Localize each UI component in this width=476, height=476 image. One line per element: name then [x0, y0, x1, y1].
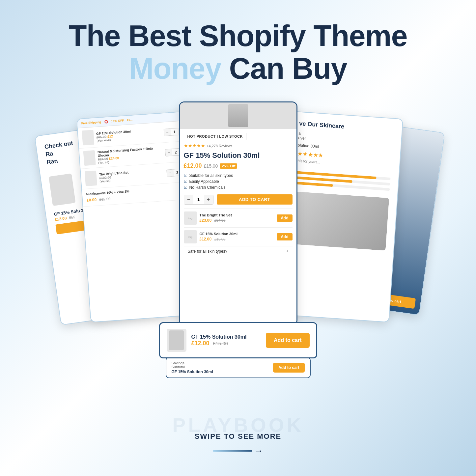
- upsell-row-1: img The Bright Trio Set £23.00 £34.00 Ad…: [184, 209, 293, 227]
- bottom-product-name: GF 15% Solution 30ml: [172, 370, 213, 374]
- hot-badge: HOT PRODUCT | LOW STOCK: [184, 133, 246, 140]
- far-left-product-image: [48, 174, 75, 206]
- popup-img-placeholder: [169, 330, 184, 350]
- cart-item-1-info: GF 15% Solution 30ml £15.00 £12 (You sav…: [96, 127, 161, 142]
- popup-price-old: £15.00: [213, 341, 228, 346]
- cards-container: Check out RaRan GF 15% Solu 30ml £12.00 …: [41, 101, 436, 349]
- title-line1: The Best Shopify Theme: [69, 20, 407, 52]
- product-image-placeholder: [228, 104, 248, 127]
- popup-price-new: £12.00: [191, 340, 210, 347]
- cart-item-4-price-old: £12.00: [99, 197, 110, 201]
- feature-2: Easily Applicable: [184, 179, 293, 184]
- cart-item-3-image: [84, 171, 97, 186]
- cart-item-2-image: [83, 150, 96, 166]
- right-card-photo: [291, 191, 389, 251]
- center-card-stars-row: ★★★★★ +4,278 Reviews: [184, 143, 293, 149]
- popup-product-info: GF 15% Solution 30ml £12.00 £15.00: [191, 334, 261, 347]
- upsell-1-info: The Bright Trio Set £23.00 £34.00: [200, 213, 274, 223]
- discount-badge: 25% Off: [220, 163, 237, 169]
- reviews-count: +4,278 Reviews: [207, 144, 233, 148]
- arrow-line: →: [195, 446, 281, 456]
- qty-minus-btn[interactable]: −: [184, 195, 193, 204]
- title-can-buy: Can Buy: [221, 52, 347, 85]
- cart-qty-1-value: 1: [170, 129, 178, 134]
- faq-row[interactable]: Safe for all skin types? +: [184, 246, 293, 256]
- feature-1: Suitable for all skin types: [184, 173, 293, 179]
- far-left-price-old: £15: [69, 215, 75, 219]
- right-stars: ★★★★★: [297, 150, 323, 159]
- feature-3: No Harsh Chemicals: [184, 184, 293, 190]
- bottom-cart-add-button[interactable]: Add to cart: [273, 363, 304, 373]
- upsell-2-image: img: [184, 230, 197, 243]
- popup-product-image: [167, 329, 186, 352]
- add-to-cart-button[interactable]: ADD TO CART: [217, 194, 293, 205]
- discount-label: 10% OFF: [111, 119, 124, 123]
- cart-item-1-image: [82, 130, 94, 145]
- header-section: The Best Shopify Theme Money Can Buy: [42, 0, 434, 95]
- upsell-row-2: img GF 15% Solution 30ml £12.00 £15.00 A…: [184, 227, 293, 246]
- cart-item-2-info: Natural Moisturizing Factors + Beta Gluc…: [97, 146, 163, 165]
- upsell-1-name: The Bright Trio Set: [200, 213, 274, 217]
- upsell-2-info: GF 15% Solution 30ml £12.00 £15.00: [200, 232, 274, 242]
- upsell-1-price-new: £23.00: [200, 218, 212, 223]
- qty-add-row: − 1 + ADD TO CART: [184, 194, 293, 205]
- upsell-2-price-new: £12.00: [200, 237, 212, 241]
- right-card-content: ve Our Skincare a uyer olution 30ml ★★★★…: [282, 112, 403, 258]
- cart-qty-1-minus[interactable]: −: [164, 128, 171, 135]
- upsell-1-image: img: [184, 211, 197, 225]
- swipe-text: SWIPE TO SEE MORE: [195, 432, 281, 441]
- footer: SWIPE TO SEE MORE →: [195, 432, 281, 456]
- qty-value: 1: [193, 197, 204, 202]
- popup-product-name: GF 15% Solution 30ml: [191, 334, 261, 340]
- price-row: £12.00 £15.00 25% Off: [184, 162, 293, 169]
- arrow-head-icon: →: [254, 446, 263, 456]
- free-shipping-label: Free Shipping: [81, 120, 101, 125]
- qty-plus-btn[interactable]: +: [204, 195, 213, 204]
- savings-label: Savings: [172, 361, 213, 365]
- progress-bar-3-fill: [295, 182, 333, 187]
- bottom-cart-info: Savings Subtotal GF 15% Solution 30ml: [172, 361, 213, 374]
- price-old: £15.00: [204, 163, 218, 169]
- popup-add-to-cart-button[interactable]: Add to cart: [266, 333, 309, 348]
- popup-card: GF 15% Solution 30ml £12.00 £15.00 Add t…: [159, 322, 317, 358]
- cart-qty-2-value: 2: [172, 150, 180, 154]
- star-rating: ★★★★★: [184, 143, 205, 148]
- center-card-image: [180, 102, 296, 129]
- arrow-bar: [213, 450, 252, 452]
- bottom-cart-card: Savings Subtotal GF 15% Solution 30ml Ad…: [166, 357, 311, 378]
- upsell-2-name: GF 15% Solution 30ml: [200, 232, 274, 236]
- upsell-1-add-button[interactable]: Add: [277, 214, 292, 222]
- progress-bars: [291, 167, 395, 195]
- cart-qty-2-minus[interactable]: −: [165, 149, 172, 156]
- cart-item-4-price-new: £8.00: [86, 197, 97, 203]
- upsell-2-add-button[interactable]: Add: [277, 233, 292, 240]
- title-line2: Money Can Buy: [69, 52, 407, 85]
- center-product-card: HOT PRODUCT | LOW STOCK ★★★★★ +4,278 Rev…: [179, 101, 297, 325]
- faq-text: Safe for all skin types?: [188, 249, 228, 254]
- title-money: Money: [129, 52, 221, 85]
- price-new: £12.00: [184, 162, 202, 169]
- popup-price-row: £12.00 £15.00: [191, 340, 261, 347]
- upsell-2-price-old: £15.00: [214, 237, 226, 241]
- upsell-1-price-old: £34.00: [214, 218, 226, 222]
- product-name: GF 15% Solution 30ml: [184, 151, 293, 160]
- cart-qty-3-minus[interactable]: −: [167, 169, 174, 176]
- feature-list: Suitable for all skin types Easily Appli…: [184, 173, 293, 190]
- right-card-photo-bg: [291, 191, 389, 251]
- cart-item-3-info: The Bright Trio Set £102.00 (You sa): [99, 168, 164, 183]
- center-card-content: HOT PRODUCT | LOW STOCK ★★★★★ +4,278 Rev…: [180, 129, 296, 260]
- qty-control: − 1 +: [184, 195, 213, 205]
- faq-icon: +: [286, 249, 288, 254]
- subtotal-label: Subtotal: [172, 365, 213, 369]
